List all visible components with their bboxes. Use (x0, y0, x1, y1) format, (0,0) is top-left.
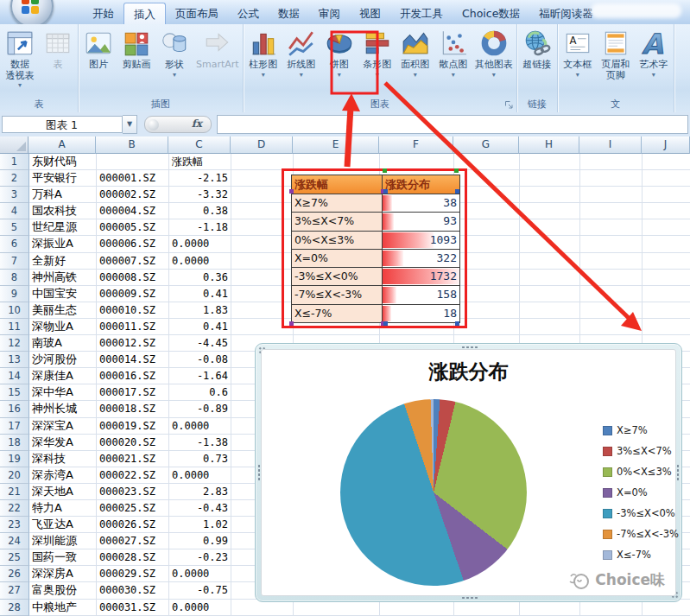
cell[interactable]: 000031.SZ (97, 600, 169, 616)
cell[interactable]: 000017.SZ (97, 384, 169, 401)
cell[interactable] (580, 170, 643, 187)
column-header-A[interactable]: A (28, 137, 96, 154)
cell[interactable]: 000023.SZ (97, 484, 169, 500)
cell[interactable]: 000022.SZ (97, 467, 169, 484)
cell[interactable] (643, 253, 690, 270)
row-header-19[interactable]: 19 (0, 451, 29, 467)
cell[interactable]: 000019.SZ (97, 418, 169, 435)
cell[interactable]: 0.73 (169, 451, 231, 467)
cell[interactable]: 000021.SZ (97, 451, 169, 467)
cell[interactable]: 富奥股份 (29, 582, 97, 599)
row-header-21[interactable]: 21 (0, 484, 29, 500)
cell[interactable]: 深振业A (29, 236, 97, 252)
row-header-12[interactable]: 12 (0, 335, 29, 352)
row-header-7[interactable]: 7 (0, 253, 29, 270)
cell[interactable]: 000014.SZ (97, 352, 169, 368)
cell[interactable]: 2.83 (169, 484, 231, 500)
cell[interactable]: 000005.SZ (97, 219, 169, 236)
cell[interactable]: -0.23 (169, 549, 231, 566)
row-header-18[interactable]: 18 (0, 435, 29, 451)
cell[interactable]: 0.38 (169, 203, 231, 219)
selection-handle[interactable] (383, 168, 387, 173)
cell[interactable]: 000008.SZ (97, 270, 169, 286)
cell[interactable]: -0.75 (169, 582, 231, 599)
cell[interactable]: -1.18 (169, 219, 231, 236)
cell[interactable]: -1.38 (169, 435, 231, 451)
cell[interactable]: 0.0000 (169, 418, 231, 435)
cell[interactable]: 神州长城 (29, 401, 97, 417)
cell[interactable] (643, 203, 690, 219)
row-header-27[interactable]: 27 (0, 582, 29, 599)
row-header-15[interactable]: 15 (0, 384, 29, 401)
row-header-16[interactable]: 16 (0, 401, 29, 417)
ribbon-button-饼图[interactable]: 饼图▾ (320, 26, 358, 79)
cell[interactable]: 美丽生态 (29, 302, 97, 319)
cell[interactable]: -0.08 (169, 352, 231, 368)
chart-area[interactable]: 涨跌分布 X≥7%3%≤X<7%0%<X≤3%X=0%-3%≤X<0%-7%≤X… (261, 349, 676, 596)
cell[interactable] (643, 319, 690, 335)
ribbon-button-文本框[interactable]: A文本框▾ (559, 26, 597, 79)
row-header-26[interactable]: 26 (0, 566, 29, 582)
selection-handle[interactable] (289, 189, 294, 194)
column-header-G[interactable]: G (453, 137, 519, 154)
column-header-E[interactable]: E (293, 137, 379, 154)
selection-handle[interactable] (455, 189, 459, 194)
formula-input[interactable] (217, 115, 688, 134)
cell[interactable] (643, 286, 690, 302)
row-header-17[interactable]: 17 (0, 418, 29, 435)
cell[interactable]: -4.45 (169, 335, 231, 352)
name-box-dropdown-icon[interactable]: ▼ (123, 115, 137, 134)
cell[interactable] (520, 236, 580, 252)
cell[interactable] (580, 286, 643, 302)
cell[interactable]: 东财代码 (29, 154, 97, 170)
cell[interactable] (580, 236, 643, 252)
cell[interactable]: 000025.SZ (97, 500, 169, 517)
cell[interactable] (520, 154, 580, 170)
row-header-13[interactable]: 13 (0, 352, 29, 368)
pie-chart[interactable] (340, 399, 527, 586)
cell[interactable]: 平安银行 (29, 170, 97, 187)
cell[interactable] (97, 154, 169, 170)
cell[interactable] (580, 154, 643, 170)
cell[interactable]: 深赤湾A (29, 467, 97, 484)
cell[interactable]: 000007.SZ (97, 253, 169, 270)
row-header-11[interactable]: 11 (0, 319, 29, 335)
cell[interactable]: -2.15 (169, 170, 231, 187)
cell[interactable]: 000027.SZ (97, 533, 169, 549)
chart-bottom-grip[interactable] (461, 596, 478, 600)
cell[interactable]: 000001.SZ (97, 170, 169, 187)
row-header-24[interactable]: 24 (0, 533, 29, 549)
cell[interactable]: 000011.SZ (97, 319, 169, 335)
ribbon-button-剪贴画[interactable]: 剪贴画 (117, 26, 155, 71)
cell[interactable] (580, 187, 643, 203)
row-header-3[interactable]: 3 (0, 187, 29, 203)
row-header-23[interactable]: 23 (0, 517, 29, 533)
cell[interactable]: 000030.SZ (97, 582, 169, 599)
cell[interactable] (520, 270, 580, 286)
cell[interactable]: 全新好 (29, 253, 97, 270)
cell[interactable]: 涨跌幅 (169, 154, 231, 170)
row-header-14[interactable]: 14 (0, 368, 29, 384)
row-header-25[interactable]: 25 (0, 549, 29, 566)
ribbon-button-SmartArt[interactable]: SmartArt (193, 26, 242, 71)
row-header-2[interactable]: 2 (0, 170, 29, 187)
cell[interactable] (643, 154, 690, 170)
cell[interactable] (520, 219, 580, 236)
ribbon-button-图片[interactable]: 图片 (79, 26, 117, 71)
cell[interactable] (580, 319, 643, 335)
cell[interactable]: 000020.SZ (97, 435, 169, 451)
ribbon-button-超链接[interactable]: 超链接 (518, 26, 556, 71)
cell[interactable]: 沙河股份 (29, 352, 97, 368)
cell[interactable] (520, 302, 580, 319)
cell[interactable]: 深深宝A (29, 418, 97, 435)
tab-公式[interactable]: 公式 (228, 3, 269, 24)
cell[interactable]: 中粮地产 (29, 600, 97, 616)
tab-开始[interactable]: 开始 (83, 3, 123, 24)
selection-handle[interactable] (289, 321, 294, 326)
column-header-H[interactable]: H (519, 137, 579, 154)
cell[interactable]: 0.99 (169, 533, 231, 549)
cell[interactable]: 000006.SZ (97, 236, 169, 252)
cell[interactable]: 1.02 (169, 517, 231, 533)
cell[interactable]: 0.0000 (169, 236, 231, 252)
cell[interactable]: 000010.SZ (97, 302, 169, 319)
